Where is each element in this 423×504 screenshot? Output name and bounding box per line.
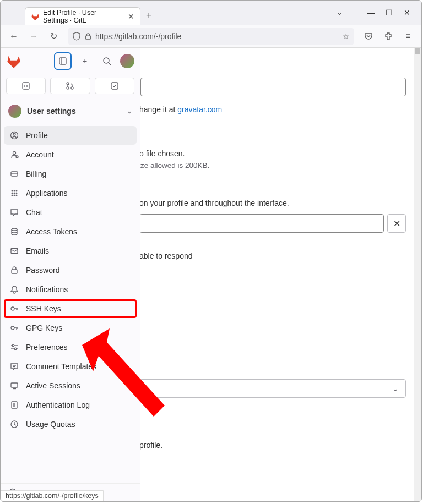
- sidebar-item-comment-templates[interactable]: Comment Templates: [4, 357, 137, 376]
- sidebar-item-label: Billing: [26, 169, 46, 178]
- sidebar-item-usage-quotas[interactable]: Usage Quotas: [4, 415, 137, 434]
- svg-point-7: [67, 87, 69, 89]
- user-avatar[interactable]: [120, 54, 134, 68]
- svg-rect-9: [111, 83, 118, 89]
- todos-shortcut-button[interactable]: [95, 78, 134, 94]
- profile-icon: [9, 130, 19, 140]
- account-icon: [9, 150, 19, 160]
- scroll-up-arrow[interactable]: [415, 48, 420, 54]
- upload-state: o file chosen.: [140, 149, 421, 158]
- pronouns-select[interactable]: ⌄: [140, 379, 406, 398]
- sidebar-item-label: Profile: [26, 131, 48, 140]
- context-avatar: [8, 105, 21, 118]
- name-input[interactable]: [140, 214, 384, 233]
- svg-point-28: [11, 307, 14, 310]
- sidebar-item-profile[interactable]: Profile: [4, 126, 137, 145]
- sidebar-item-access-tokens[interactable]: Access Tokens: [4, 222, 137, 241]
- maximize-button[interactable]: ☐: [386, 8, 393, 17]
- status-input[interactable]: [140, 78, 406, 96]
- gitlab-favicon: [31, 12, 40, 21]
- svg-point-18: [16, 190, 18, 192]
- sidebar-item-notifications[interactable]: Notifications: [4, 280, 137, 299]
- chevron-down-icon: ⌄: [127, 107, 132, 115]
- reload-button[interactable]: ↻: [45, 28, 62, 45]
- issues-shortcut-button[interactable]: [6, 78, 46, 94]
- window-controls: — ☐ ✕: [367, 1, 417, 25]
- close-window-button[interactable]: ✕: [404, 8, 410, 17]
- sidebar-item-emails[interactable]: Emails: [4, 242, 137, 260]
- sidebar-item-label: Notifications: [26, 285, 68, 294]
- avatar-hint: hange it at gravatar.com: [140, 105, 421, 114]
- close-tab-button[interactable]: ✕: [128, 12, 134, 21]
- active-sessions-icon: [9, 381, 19, 391]
- svg-rect-36: [11, 383, 18, 387]
- browser-toolbar: ← → ↻ https://gitlab.com/-/profile ☆ ≡: [1, 25, 421, 48]
- svg-rect-0: [86, 36, 91, 39]
- back-button[interactable]: ←: [5, 28, 23, 45]
- browser-status-bar: https://gitlab.com/-/profile/keys: [1, 490, 104, 501]
- lock-icon[interactable]: [84, 32, 92, 40]
- sidebar-item-ssh-keys[interactable]: SSH Keys: [4, 299, 137, 318]
- svg-point-16: [12, 190, 13, 192]
- forward-button[interactable]: →: [25, 28, 42, 45]
- bookmark-star-icon[interactable]: ☆: [343, 32, 350, 41]
- divider: [140, 185, 406, 185]
- sidebar-title: User settings: [27, 107, 76, 116]
- svg-point-25: [12, 228, 17, 231]
- search-button[interactable]: [98, 52, 116, 70]
- extensions-icon[interactable]: [379, 28, 397, 45]
- new-tab-button[interactable]: +: [140, 7, 158, 25]
- url-text: https://gitlab.com/-/profile: [95, 32, 339, 41]
- content-scrollbar[interactable]: [414, 48, 421, 501]
- chevron-down-icon: ⌄: [392, 384, 399, 393]
- svg-rect-5: [23, 83, 29, 89]
- usage-quotas-icon: [9, 419, 19, 429]
- upload-hint: ze allowed is 200KB.: [140, 161, 421, 169]
- sidebar-item-label: GPG Keys: [26, 324, 62, 332]
- sidebar-item-preferences[interactable]: Preferences: [4, 338, 137, 357]
- browser-tab-bar: Edit Profile · User Settings · GitL ✕ + …: [1, 1, 421, 25]
- sidebar-item-label: Chat: [26, 208, 42, 217]
- sidebar-item-label: Comment Templates: [26, 362, 96, 371]
- sidebar-item-label: Authentication Log: [26, 401, 90, 409]
- create-new-button[interactable]: +: [76, 52, 94, 70]
- svg-rect-27: [12, 270, 17, 273]
- sidebar-item-billing[interactable]: Billing: [4, 165, 137, 183]
- gravatar-link[interactable]: gravatar.com: [177, 105, 222, 114]
- url-bar[interactable]: https://gitlab.com/-/profile ☆: [68, 28, 354, 45]
- svg-point-20: [14, 193, 15, 194]
- sidebar-item-account[interactable]: Account: [4, 145, 137, 164]
- sidebar-item-gpg-keys[interactable]: GPG Keys: [4, 319, 137, 337]
- browser-window: Edit Profile · User Settings · GitL ✕ + …: [0, 0, 422, 502]
- emails-icon: [9, 246, 19, 256]
- gitlab-logo-icon[interactable]: [6, 53, 21, 69]
- sidebar-item-applications[interactable]: Applications: [4, 184, 137, 202]
- sidebar-item-chat[interactable]: Chat: [4, 203, 137, 222]
- browser-tab[interactable]: Edit Profile · User Settings · GitL ✕: [25, 7, 140, 25]
- shield-icon[interactable]: [72, 32, 81, 41]
- sidebar-actions: [1, 74, 140, 100]
- sidebar-context-header[interactable]: User settings ⌄: [1, 100, 140, 122]
- clear-button[interactable]: ✕: [387, 214, 406, 233]
- comment-templates-icon: [9, 361, 19, 371]
- tabs-dropdown-icon[interactable]: ⌄: [337, 8, 343, 17]
- sidebar-item-password[interactable]: Password: [4, 261, 137, 280]
- sidebar-item-label: Password: [26, 266, 59, 275]
- merge-requests-shortcut-button[interactable]: [50, 78, 90, 94]
- auth-log-icon: [9, 400, 19, 410]
- sidebar-item-active-sessions[interactable]: Active Sessions: [4, 376, 137, 395]
- sidebar-item-authentication-log[interactable]: Authentication Log: [4, 396, 137, 414]
- tab-title: Edit Profile · User Settings · GitL: [43, 9, 122, 24]
- minimize-button[interactable]: —: [367, 8, 375, 17]
- app-menu-button[interactable]: ≡: [399, 28, 417, 45]
- preferences-icon: [9, 342, 19, 352]
- sidebar-item-label: Access Tokens: [26, 227, 77, 236]
- token-icon: [9, 227, 19, 237]
- sidebar-item-label: Emails: [26, 246, 49, 255]
- collapse-sidebar-button[interactable]: [54, 52, 72, 70]
- svg-line-4: [109, 63, 111, 65]
- pocket-icon[interactable]: [360, 28, 377, 45]
- sidebar-top: +: [1, 48, 140, 74]
- input-with-clear: ✕: [140, 214, 406, 233]
- svg-point-33: [14, 348, 17, 350]
